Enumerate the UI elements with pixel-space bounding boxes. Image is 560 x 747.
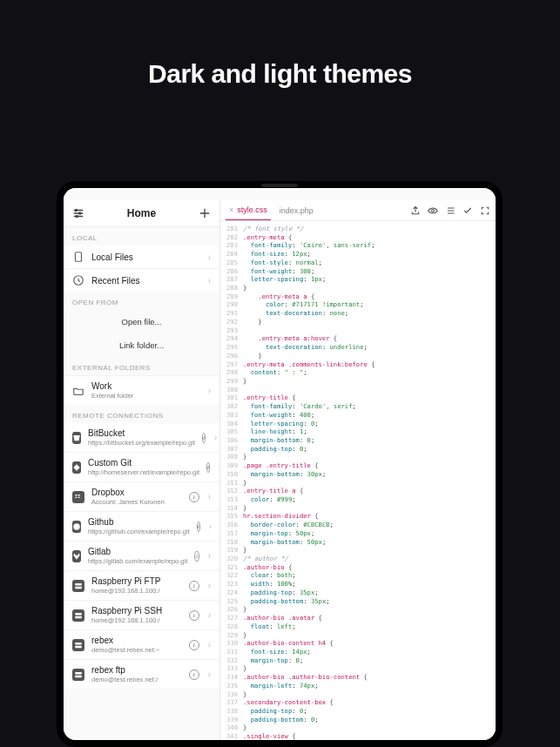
connection-icon <box>72 550 81 562</box>
code-line: 339 padding-bottom: 0; <box>220 716 496 724</box>
tab-label: style.css <box>237 205 267 214</box>
chevron-right-icon: › <box>208 492 211 501</box>
tab-label: index.php <box>280 206 314 215</box>
row-label: Recent Files <box>91 276 201 286</box>
sidebar-item-remote[interactable]: Gitlabhttps://gitlab.com/example/repo.gi… <box>64 541 219 570</box>
code-line: 313 color: #999; <box>220 495 496 504</box>
info-icon[interactable]: i <box>189 670 199 680</box>
code-line: 284 font-size: 12px; <box>220 250 496 259</box>
sidebar-item-remote[interactable]: BitBuckethttps://bitbucket.org/example/r… <box>64 423 219 452</box>
connection-icon <box>72 461 81 474</box>
settings-icon[interactable] <box>71 205 86 221</box>
sidebar-item-recent-files[interactable]: Recent Files › <box>64 268 219 292</box>
code-line: 333} <box>220 664 496 673</box>
add-button[interactable] <box>197 205 213 221</box>
sidebar-item-local-files[interactable]: Local Files › <box>64 246 219 268</box>
list-icon[interactable] <box>445 205 455 216</box>
line-number: 314 <box>220 504 243 513</box>
code-line: 326} <box>220 605 496 614</box>
info-icon[interactable]: i <box>194 551 199 562</box>
sidebar-item-remote[interactable]: Custom Githttp://homeserver.net/example/… <box>64 452 219 481</box>
line-number: 283 <box>220 241 243 250</box>
line-number: 291 <box>220 309 243 318</box>
sidebar-item-external-work[interactable]: Work External folder › <box>64 375 219 405</box>
tab-style-css[interactable]: × style.css <box>226 200 271 220</box>
line-number: 329 <box>220 631 243 640</box>
line-number: 288 <box>220 284 243 293</box>
info-icon[interactable]: i <box>202 433 206 443</box>
sidebar-item-remote[interactable]: DropboxAccount: James Kuroneni› <box>64 481 219 511</box>
eye-icon[interactable] <box>428 205 438 216</box>
code-line: 312.entry-title a { <box>220 487 496 495</box>
line-number: 289 <box>220 293 243 301</box>
info-icon[interactable]: i <box>189 640 199 650</box>
sidebar-item-remote[interactable]: Raspberry Pi FTPhome@192.168.1.100:/i› <box>64 570 219 600</box>
line-number: 341 <box>220 732 243 740</box>
code-line: 281/* font style */ <box>220 225 496 233</box>
svg-rect-9 <box>75 616 82 618</box>
line-number: 337 <box>220 698 243 707</box>
code-line: 323 width: 100%; <box>220 580 496 589</box>
line-number: 290 <box>220 300 243 309</box>
code-line: 282.entry-meta { <box>220 233 496 242</box>
line-number: 300 <box>220 386 243 394</box>
row-label: Gitlabhttps://gitlab.com/example/repo.gi… <box>88 547 187 565</box>
expand-icon[interactable] <box>480 205 490 216</box>
line-number: 294 <box>220 334 243 343</box>
info-icon[interactable]: i <box>189 581 199 591</box>
line-number: 297 <box>220 360 243 369</box>
sidebar-item-remote[interactable]: Raspberry Pi SSHhome@192.168.1.100:/i› <box>64 600 219 629</box>
line-number: 328 <box>220 622 243 631</box>
row-label: rebex ftpdemo@test.rebex.net:/ <box>91 665 182 683</box>
code-line: 302 font-family: 'Cardo', serif; <box>220 402 496 411</box>
info-icon[interactable]: i <box>189 610 199 621</box>
code-line: 293 <box>220 326 496 335</box>
line-number: 298 <box>220 368 243 377</box>
code-line: 340} <box>220 723 496 732</box>
svg-point-2 <box>76 215 78 217</box>
code-line: 319} <box>220 546 496 555</box>
close-tab-icon[interactable]: × <box>229 205 233 214</box>
line-number: 311 <box>220 479 243 488</box>
row-label: Custom Githttp://homeserver.net/example/… <box>88 458 199 476</box>
code-line: 324 padding-top: 35px; <box>220 589 496 597</box>
line-number: 284 <box>220 250 243 259</box>
line-number: 292 <box>220 318 243 326</box>
code-line: 328 float: left; <box>220 622 496 631</box>
svg-rect-3 <box>76 252 82 262</box>
share-icon[interactable] <box>410 205 421 216</box>
link-folder-link[interactable]: Link folder... <box>64 333 219 357</box>
connection-icon <box>72 521 81 533</box>
sidebar-item-remote[interactable]: rebex ftpdemo@test.rebex.net:/i› <box>64 659 219 689</box>
svg-rect-13 <box>75 675 82 677</box>
section-label-open-from: OPEN FROM <box>64 292 219 310</box>
line-number: 333 <box>220 664 243 673</box>
line-number: 334 <box>220 673 243 682</box>
info-icon[interactable]: i <box>197 522 200 532</box>
line-number: 313 <box>220 495 243 504</box>
line-number: 302 <box>220 402 243 411</box>
tablet-frame: Home LOCAL Local Files › Recent Files <box>57 181 503 747</box>
sidebar-item-remote[interactable]: Githubhttps://github.com/example/repo.gi… <box>64 511 219 541</box>
info-icon[interactable]: i <box>206 462 210 473</box>
code-line: 331 font-size: 14px; <box>220 648 496 656</box>
code-line: 301.entry-title { <box>220 394 496 402</box>
open-file-link[interactable]: Open file... <box>64 310 219 333</box>
section-label-remote: REMOTE CONNECTIONS <box>64 405 219 423</box>
sidebar: Home LOCAL Local Files › Recent Files <box>64 200 220 740</box>
row-label: Work External folder <box>91 381 201 400</box>
sidebar-item-remote[interactable]: rebexdemo@test.rebex.net:~i› <box>64 629 219 659</box>
folder-icon <box>72 385 84 397</box>
row-label: Local Files <box>91 252 201 262</box>
line-number: 327 <box>220 614 243 622</box>
line-number: 303 <box>220 411 243 420</box>
code-line: 316 border-color: #CBCBCB; <box>220 521 496 529</box>
check-icon[interactable] <box>462 205 473 216</box>
code-line: 296 } <box>220 352 496 360</box>
tab-index-php[interactable]: index.php <box>276 200 317 220</box>
line-number: 331 <box>220 648 243 656</box>
row-label: Raspberry Pi SSHhome@192.168.1.100:/ <box>91 606 182 624</box>
code-area[interactable]: 281/* font style */282.entry-meta {283 f… <box>220 221 496 740</box>
info-icon[interactable]: i <box>189 492 199 502</box>
line-number: 320 <box>220 555 243 563</box>
